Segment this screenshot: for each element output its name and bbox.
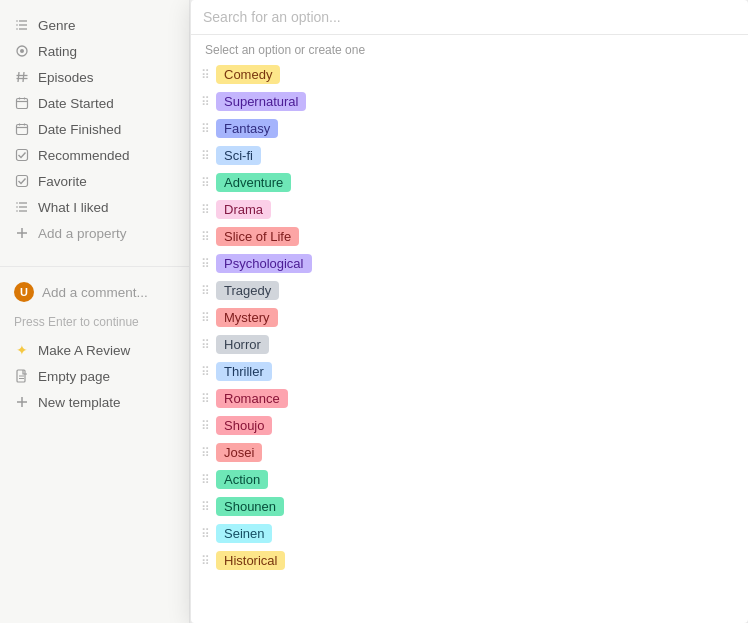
option-josei[interactable]: ⠿ Josei <box>191 439 748 466</box>
option-shoujo[interactable]: ⠿ Shoujo <box>191 412 748 439</box>
tag-shounen[interactable]: Shounen <box>216 497 284 516</box>
option-scifi[interactable]: ⠿ Sci-fi <box>191 142 748 169</box>
drag-handle-icon: ⠿ <box>201 68 210 82</box>
tag-scifi[interactable]: Sci-fi <box>216 146 261 165</box>
sidebar-item-genre[interactable]: Genre <box>0 12 189 38</box>
action-new-template[interactable]: New template <box>0 389 189 415</box>
dropdown-panel: Select an option or create one ⠿ Comedy … <box>190 0 748 623</box>
tag-historical[interactable]: Historical <box>216 551 285 570</box>
tag-drama[interactable]: Drama <box>216 200 271 219</box>
option-historical[interactable]: ⠿ Historical <box>191 547 748 574</box>
option-fantasy[interactable]: ⠿ Fantasy <box>191 115 748 142</box>
tag-romance[interactable]: Romance <box>216 389 288 408</box>
tag-adventure[interactable]: Adventure <box>216 173 291 192</box>
tag-shoujo[interactable]: Shoujo <box>216 416 272 435</box>
drag-handle-icon: ⠿ <box>201 122 210 136</box>
checkbox-icon <box>14 173 30 189</box>
tag-action[interactable]: Action <box>216 470 268 489</box>
svg-rect-12 <box>17 99 28 109</box>
tag-tragedy[interactable]: Tragedy <box>216 281 279 300</box>
sidebar-item-rating[interactable]: Rating <box>0 38 189 64</box>
press-enter-hint: Press Enter to continue <box>0 307 189 337</box>
svg-point-25 <box>16 202 18 204</box>
sidebar-item-what-i-liked[interactable]: What I liked <box>0 194 189 220</box>
sidebar-item-date-finished[interactable]: Date Finished <box>0 116 189 142</box>
sidebar-item-label: Episodes <box>38 70 94 85</box>
tag-psychological[interactable]: Psychological <box>216 254 312 273</box>
sidebar-properties: Genre Rating Episodes Date Started Date … <box>0 12 189 220</box>
option-supernatural[interactable]: ⠿ Supernatural <box>191 88 748 115</box>
option-shounen[interactable]: ⠿ Shounen <box>191 493 748 520</box>
action-label: New template <box>38 395 121 410</box>
tag-sliceoflife[interactable]: Slice of Life <box>216 227 299 246</box>
option-thriller[interactable]: ⠿ Thriller <box>191 358 748 385</box>
drag-handle-icon: ⠿ <box>201 338 210 352</box>
drag-handle-icon: ⠿ <box>201 392 210 406</box>
option-tragedy[interactable]: ⠿ Tragedy <box>191 277 748 304</box>
drag-handle-icon: ⠿ <box>201 554 210 568</box>
drag-handle-icon: ⠿ <box>201 311 210 325</box>
tag-josei[interactable]: Josei <box>216 443 262 462</box>
drag-handle-icon: ⠿ <box>201 500 210 514</box>
sidebar-item-label: Date Started <box>38 96 114 111</box>
tag-supernatural[interactable]: Supernatural <box>216 92 306 111</box>
option-mystery[interactable]: ⠿ Mystery <box>191 304 748 331</box>
calendar-icon <box>14 95 30 111</box>
option-drama[interactable]: ⠿ Drama <box>191 196 748 223</box>
svg-rect-21 <box>17 176 28 187</box>
add-comment-row[interactable]: U Add a comment... <box>0 277 189 307</box>
drag-handle-icon: ⠿ <box>201 230 210 244</box>
sidebar-item-date-started[interactable]: Date Started <box>0 90 189 116</box>
tag-fantasy[interactable]: Fantasy <box>216 119 278 138</box>
tag-seinen[interactable]: Seinen <box>216 524 272 543</box>
tag-horror[interactable]: Horror <box>216 335 269 354</box>
sidebar-item-label: Recommended <box>38 148 130 163</box>
svg-point-7 <box>20 49 24 53</box>
tag-thriller[interactable]: Thriller <box>216 362 272 381</box>
action-label: Empty page <box>38 369 110 384</box>
sidebar-item-label: Date Finished <box>38 122 121 137</box>
svg-point-5 <box>16 28 18 30</box>
svg-line-8 <box>18 72 19 82</box>
select-hint: Select an option or create one <box>191 35 748 61</box>
svg-point-27 <box>16 210 18 212</box>
option-comedy[interactable]: ⠿ Comedy <box>191 61 748 88</box>
page-icon <box>14 368 30 384</box>
drag-handle-icon: ⠿ <box>201 446 210 460</box>
action-make-review[interactable]: ✦ Make A Review <box>0 337 189 363</box>
svg-rect-16 <box>17 125 28 135</box>
sidebar-item-favorite[interactable]: Favorite <box>0 168 189 194</box>
plus-icon <box>14 225 30 241</box>
search-input[interactable] <box>203 9 736 25</box>
action-empty-page[interactable]: Empty page <box>0 363 189 389</box>
option-psychological[interactable]: ⠿ Psychological <box>191 250 748 277</box>
svg-rect-20 <box>17 150 28 161</box>
tag-mystery[interactable]: Mystery <box>216 308 278 327</box>
option-horror[interactable]: ⠿ Horror <box>191 331 748 358</box>
option-romance[interactable]: ⠿ Romance <box>191 385 748 412</box>
option-adventure[interactable]: ⠿ Adventure <box>191 169 748 196</box>
list-icon <box>14 17 30 33</box>
tag-comedy[interactable]: Comedy <box>216 65 280 84</box>
sidebar-bottom: U Add a comment... Press Enter to contin… <box>0 266 189 415</box>
options-list: ⠿ Comedy ⠿ Supernatural ⠿ Fantasy ⠿ Sci-… <box>191 61 748 623</box>
circle-icon <box>14 43 30 59</box>
add-property-label: Add a property <box>38 226 127 241</box>
list-icon <box>14 199 30 215</box>
drag-handle-icon: ⠿ <box>201 284 210 298</box>
drag-handle-icon: ⠿ <box>201 527 210 541</box>
sidebar-item-episodes[interactable]: Episodes <box>0 64 189 90</box>
sidebar-actions: ✦ Make A Review Empty page New template <box>0 337 189 415</box>
drag-handle-icon: ⠿ <box>201 95 210 109</box>
checkbox-icon <box>14 147 30 163</box>
option-sliceoflife[interactable]: ⠿ Slice of Life <box>191 223 748 250</box>
sidebar-item-label: Genre <box>38 18 76 33</box>
sidebar-item-recommended[interactable]: Recommended <box>0 142 189 168</box>
drag-handle-icon: ⠿ <box>201 176 210 190</box>
add-property-button[interactable]: Add a property <box>0 220 189 246</box>
option-action[interactable]: ⠿ Action <box>191 466 748 493</box>
svg-point-4 <box>16 24 18 26</box>
option-seinen[interactable]: ⠿ Seinen <box>191 520 748 547</box>
action-label: Make A Review <box>38 343 130 358</box>
svg-point-3 <box>16 20 18 22</box>
